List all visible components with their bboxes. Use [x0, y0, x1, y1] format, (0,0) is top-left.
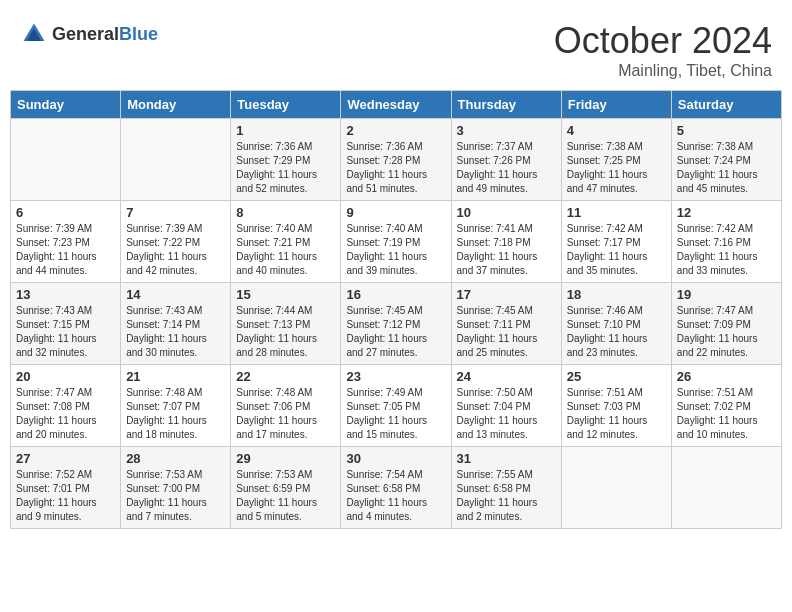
day-info: Sunrise: 7:36 AM Sunset: 7:28 PM Dayligh… [346, 140, 445, 196]
sunrise-text: Sunrise: 7:51 AM [567, 387, 643, 398]
daylight-text: Daylight: 11 hours and 17 minutes. [236, 415, 317, 440]
day-info: Sunrise: 7:54 AM Sunset: 6:58 PM Dayligh… [346, 468, 445, 524]
daylight-text: Daylight: 11 hours and 28 minutes. [236, 333, 317, 358]
sunset-text: Sunset: 7:14 PM [126, 319, 200, 330]
day-info: Sunrise: 7:48 AM Sunset: 7:07 PM Dayligh… [126, 386, 225, 442]
daylight-text: Daylight: 11 hours and 27 minutes. [346, 333, 427, 358]
daylight-text: Daylight: 11 hours and 7 minutes. [126, 497, 207, 522]
day-number: 29 [236, 451, 335, 466]
day-number: 12 [677, 205, 776, 220]
calendar-cell: 1 Sunrise: 7:36 AM Sunset: 7:29 PM Dayli… [231, 119, 341, 201]
day-info: Sunrise: 7:49 AM Sunset: 7:05 PM Dayligh… [346, 386, 445, 442]
daylight-text: Daylight: 11 hours and 47 minutes. [567, 169, 648, 194]
day-number: 25 [567, 369, 666, 384]
logo-blue: Blue [119, 24, 158, 44]
day-info: Sunrise: 7:48 AM Sunset: 7:06 PM Dayligh… [236, 386, 335, 442]
day-number: 9 [346, 205, 445, 220]
calendar-cell: 30 Sunrise: 7:54 AM Sunset: 6:58 PM Dayl… [341, 447, 451, 529]
sunset-text: Sunset: 6:59 PM [236, 483, 310, 494]
day-number: 17 [457, 287, 556, 302]
sunset-text: Sunset: 7:10 PM [567, 319, 641, 330]
day-number: 2 [346, 123, 445, 138]
daylight-text: Daylight: 11 hours and 39 minutes. [346, 251, 427, 276]
day-number: 15 [236, 287, 335, 302]
sunset-text: Sunset: 7:24 PM [677, 155, 751, 166]
calendar-cell: 22 Sunrise: 7:48 AM Sunset: 7:06 PM Dayl… [231, 365, 341, 447]
daylight-text: Daylight: 11 hours and 18 minutes. [126, 415, 207, 440]
calendar-week-row: 6 Sunrise: 7:39 AM Sunset: 7:23 PM Dayli… [11, 201, 782, 283]
sunrise-text: Sunrise: 7:49 AM [346, 387, 422, 398]
sunset-text: Sunset: 6:58 PM [346, 483, 420, 494]
daylight-text: Daylight: 11 hours and 9 minutes. [16, 497, 97, 522]
calendar-cell: 24 Sunrise: 7:50 AM Sunset: 7:04 PM Dayl… [451, 365, 561, 447]
calendar-cell [11, 119, 121, 201]
day-number: 8 [236, 205, 335, 220]
day-info: Sunrise: 7:38 AM Sunset: 7:24 PM Dayligh… [677, 140, 776, 196]
sunrise-text: Sunrise: 7:42 AM [677, 223, 753, 234]
day-number: 23 [346, 369, 445, 384]
day-info: Sunrise: 7:36 AM Sunset: 7:29 PM Dayligh… [236, 140, 335, 196]
sunset-text: Sunset: 7:00 PM [126, 483, 200, 494]
day-info: Sunrise: 7:38 AM Sunset: 7:25 PM Dayligh… [567, 140, 666, 196]
calendar-cell [121, 119, 231, 201]
day-info: Sunrise: 7:51 AM Sunset: 7:03 PM Dayligh… [567, 386, 666, 442]
daylight-text: Daylight: 11 hours and 33 minutes. [677, 251, 758, 276]
sunrise-text: Sunrise: 7:52 AM [16, 469, 92, 480]
calendar-week-row: 1 Sunrise: 7:36 AM Sunset: 7:29 PM Dayli… [11, 119, 782, 201]
day-number: 31 [457, 451, 556, 466]
sunrise-text: Sunrise: 7:47 AM [16, 387, 92, 398]
month-title: October 2024 [554, 20, 772, 62]
sunset-text: Sunset: 7:08 PM [16, 401, 90, 412]
sunrise-text: Sunrise: 7:36 AM [346, 141, 422, 152]
daylight-text: Daylight: 11 hours and 5 minutes. [236, 497, 317, 522]
daylight-text: Daylight: 11 hours and 25 minutes. [457, 333, 538, 358]
daylight-text: Daylight: 11 hours and 40 minutes. [236, 251, 317, 276]
logo: GeneralBlue [20, 20, 158, 48]
sunrise-text: Sunrise: 7:53 AM [236, 469, 312, 480]
sunset-text: Sunset: 7:26 PM [457, 155, 531, 166]
calendar-cell: 12 Sunrise: 7:42 AM Sunset: 7:16 PM Dayl… [671, 201, 781, 283]
sunrise-text: Sunrise: 7:45 AM [346, 305, 422, 316]
calendar-cell: 19 Sunrise: 7:47 AM Sunset: 7:09 PM Dayl… [671, 283, 781, 365]
sunset-text: Sunset: 7:03 PM [567, 401, 641, 412]
weekday-header: Friday [561, 91, 671, 119]
calendar-cell: 25 Sunrise: 7:51 AM Sunset: 7:03 PM Dayl… [561, 365, 671, 447]
daylight-text: Daylight: 11 hours and 52 minutes. [236, 169, 317, 194]
sunrise-text: Sunrise: 7:36 AM [236, 141, 312, 152]
daylight-text: Daylight: 11 hours and 49 minutes. [457, 169, 538, 194]
day-number: 3 [457, 123, 556, 138]
sunset-text: Sunset: 7:02 PM [677, 401, 751, 412]
day-number: 28 [126, 451, 225, 466]
calendar-cell: 5 Sunrise: 7:38 AM Sunset: 7:24 PM Dayli… [671, 119, 781, 201]
calendar-cell: 10 Sunrise: 7:41 AM Sunset: 7:18 PM Dayl… [451, 201, 561, 283]
page-header: GeneralBlue October 2024 Mainling, Tibet… [10, 10, 782, 85]
day-number: 21 [126, 369, 225, 384]
calendar-cell: 27 Sunrise: 7:52 AM Sunset: 7:01 PM Dayl… [11, 447, 121, 529]
sunrise-text: Sunrise: 7:46 AM [567, 305, 643, 316]
calendar-cell: 18 Sunrise: 7:46 AM Sunset: 7:10 PM Dayl… [561, 283, 671, 365]
sunset-text: Sunset: 7:13 PM [236, 319, 310, 330]
sunrise-text: Sunrise: 7:51 AM [677, 387, 753, 398]
sunrise-text: Sunrise: 7:53 AM [126, 469, 202, 480]
sunrise-text: Sunrise: 7:39 AM [16, 223, 92, 234]
calendar-cell: 29 Sunrise: 7:53 AM Sunset: 6:59 PM Dayl… [231, 447, 341, 529]
daylight-text: Daylight: 11 hours and 12 minutes. [567, 415, 648, 440]
day-number: 5 [677, 123, 776, 138]
calendar-cell: 7 Sunrise: 7:39 AM Sunset: 7:22 PM Dayli… [121, 201, 231, 283]
daylight-text: Daylight: 11 hours and 45 minutes. [677, 169, 758, 194]
weekday-header: Tuesday [231, 91, 341, 119]
calendar-cell: 17 Sunrise: 7:45 AM Sunset: 7:11 PM Dayl… [451, 283, 561, 365]
sunrise-text: Sunrise: 7:54 AM [346, 469, 422, 480]
sunset-text: Sunset: 7:17 PM [567, 237, 641, 248]
weekday-header: Sunday [11, 91, 121, 119]
day-info: Sunrise: 7:40 AM Sunset: 7:19 PM Dayligh… [346, 222, 445, 278]
sunrise-text: Sunrise: 7:39 AM [126, 223, 202, 234]
day-info: Sunrise: 7:53 AM Sunset: 7:00 PM Dayligh… [126, 468, 225, 524]
daylight-text: Daylight: 11 hours and 20 minutes. [16, 415, 97, 440]
day-number: 14 [126, 287, 225, 302]
sunset-text: Sunset: 7:04 PM [457, 401, 531, 412]
weekday-header: Wednesday [341, 91, 451, 119]
day-info: Sunrise: 7:51 AM Sunset: 7:02 PM Dayligh… [677, 386, 776, 442]
calendar-cell: 26 Sunrise: 7:51 AM Sunset: 7:02 PM Dayl… [671, 365, 781, 447]
sunrise-text: Sunrise: 7:38 AM [567, 141, 643, 152]
